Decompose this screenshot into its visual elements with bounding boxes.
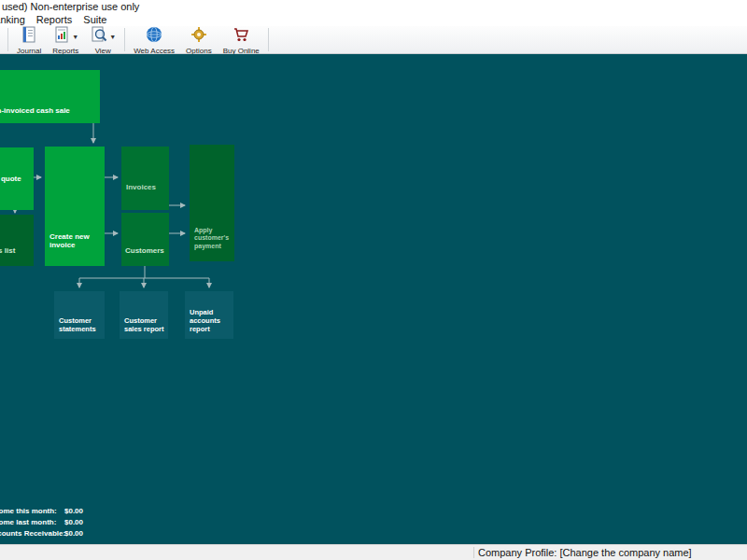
statusbar-separator: [473, 547, 474, 558]
statusbar: Company Profile: [Change the company nam…: [0, 544, 747, 560]
toolbar-separator: [268, 28, 269, 51]
toolbar-button-view[interactable]: ▼ View: [84, 26, 121, 53]
app-window: used) Non-enterprise use only Banking Re…: [0, 0, 747, 560]
node-create-new-invoice[interactable]: Create new invoice: [45, 147, 105, 266]
reports-icon: [52, 25, 71, 48]
node-label: Record non-invoiced cash sale: [0, 106, 96, 115]
journal-icon: [20, 25, 38, 48]
summary-value: $0.00: [64, 506, 83, 517]
summary-row-accounts-receivable: Accounts Receivable: $0.00: [0, 528, 83, 539]
window-title: used) Non-enterprise use only: [2, 1, 139, 12]
node-apply-customers-payment[interactable]: Apply customer's payment: [190, 145, 234, 261]
web-access-icon: [145, 25, 163, 48]
node-unpaid-accounts-report[interactable]: Unpaid accounts report: [185, 291, 233, 339]
node-label: Customers: [125, 246, 165, 255]
options-icon: [190, 25, 208, 48]
company-profile-status[interactable]: Company Profile: [Change the company nam…: [478, 547, 692, 558]
summary-row-income-this-month: Income this month: $0.00: [0, 506, 83, 517]
toolbar: Journal ▼ Reports ▼ View Web Access: [0, 26, 747, 54]
node-quotes-list[interactable]: Quotes list: [0, 215, 34, 266]
menu-item-banking[interactable]: Banking: [0, 14, 31, 25]
menu-item-suite[interactable]: Suite: [78, 14, 112, 25]
node-customer-sales-report[interactable]: Customer sales report: [120, 291, 168, 339]
toolbar-separator: [7, 28, 8, 51]
titlebar: used) Non-enterprise use only: [0, 0, 747, 13]
view-icon: [90, 25, 108, 48]
node-label: Unpaid accounts report: [190, 308, 230, 333]
chevron-down-icon[interactable]: ▼: [72, 34, 78, 40]
summary-row-income-last-month: Income last month: $0.00: [0, 517, 83, 528]
summary-label: Accounts Receivable:: [0, 528, 64, 539]
node-label: Quotes list: [0, 246, 30, 255]
summary-label: Income last month:: [0, 517, 64, 528]
node-record-non-invoiced-cash-sale[interactable]: Record non-invoiced cash sale: [0, 70, 100, 123]
node-create-new-quote[interactable]: Create new quote: [0, 147, 34, 210]
node-invoices[interactable]: Invoices: [121, 147, 169, 210]
flow-arrows: [0, 54, 747, 544]
toolbar-button-journal[interactable]: Journal: [11, 26, 47, 53]
node-label: Create new quote: [0, 175, 30, 183]
financial-summary: Income this month: $0.00 Income last mon…: [0, 506, 83, 539]
node-customer-statements[interactable]: Customer statements: [54, 291, 105, 339]
node-label: Create new invoice: [49, 232, 101, 249]
toolbar-button-reports[interactable]: ▼ Reports: [47, 26, 84, 53]
toolbar-separator: [124, 28, 125, 51]
toolbar-button-buy-online[interactable]: Buy Online: [218, 26, 265, 53]
node-label: Customer sales report: [124, 316, 164, 333]
buy-online-icon: [232, 25, 250, 48]
chevron-down-icon[interactable]: ▼: [109, 34, 116, 40]
node-label: Customer statements: [59, 316, 101, 333]
flowchart-canvas: Record non-invoiced cash sale Create new…: [0, 54, 747, 544]
summary-value: $0.00: [64, 528, 83, 539]
node-label: Invoices: [126, 183, 165, 191]
menubar: Banking Reports Suite: [0, 13, 747, 26]
toolbar-button-web-access[interactable]: Web Access: [128, 26, 180, 53]
summary-label: Income this month:: [0, 506, 64, 517]
toolbar-button-options[interactable]: Options: [180, 26, 218, 53]
node-customers[interactable]: Customers: [121, 213, 169, 266]
summary-value: $0.00: [64, 517, 83, 528]
node-label: Apply customer's payment: [194, 227, 231, 251]
menu-item-reports[interactable]: Reports: [31, 14, 78, 25]
